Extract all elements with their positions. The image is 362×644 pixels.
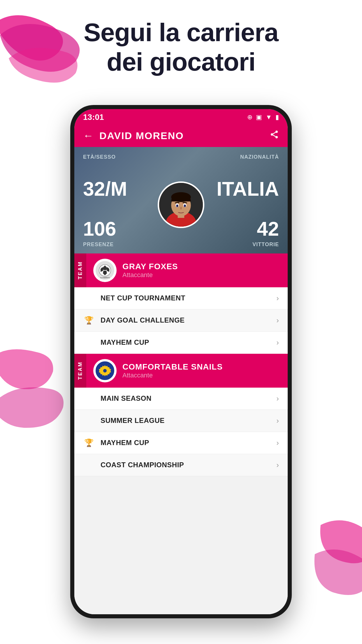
tournament-name: NET CUP TOURNAMENT <box>101 294 276 302</box>
tournament-name: COAST CHAMPIONSHIP <box>101 461 276 469</box>
tournament-item-0-1[interactable]: 🏆 DAY GOAL CHALLENGE › <box>74 309 288 332</box>
chevron-right-icon: › <box>276 416 279 425</box>
svg-line-3 <box>273 135 275 136</box>
team-info-2: COMFORTABLE SNAILS Attaccante <box>86 354 288 388</box>
tournament-item-1-0[interactable]: 🏆 MAIN SEASON › <box>74 388 288 410</box>
svg-line-4 <box>273 132 275 134</box>
tournament-name: DAY GOAL CHALLENGE <box>101 316 276 324</box>
svg-point-1 <box>271 133 273 136</box>
tournament-name: MAYHEM CUP <box>101 338 276 346</box>
phone-screen: 13:01 ⊕ ▣ ▼ ▮ ← DAVID MORENO <box>74 109 288 614</box>
team-name-1: GRAY FOXES <box>122 262 178 271</box>
tournament-item-1-1[interactable]: 🏆 SUMMER LEAGUE › <box>74 410 288 432</box>
nationality-value: ITALIA <box>217 178 279 200</box>
tournament-item-1-3[interactable]: 🏆 COAST CHAMPIONSHIP › <box>74 454 288 476</box>
team-role-2: Attaccante <box>122 372 223 379</box>
tournament-name: MAYHEM CUP <box>101 439 276 447</box>
team-label-1: TEAM <box>74 253 86 287</box>
back-button[interactable]: ← <box>83 130 94 142</box>
signal-icon: ▼ <box>266 113 272 121</box>
status-icons: ⊕ ▣ ▼ ▮ <box>247 113 279 121</box>
team-details-1: GRAY FOXES Attaccante <box>122 262 178 279</box>
svg-text:ALCHEMISTS: ALCHEMISTS <box>100 277 110 279</box>
tournament-name: SUMMER LEAGUE <box>101 416 276 425</box>
tournament-name: MAIN SEASON <box>101 394 276 402</box>
battery-icon: ▮ <box>275 113 279 121</box>
presenze-value: 106 <box>83 218 116 240</box>
wifi-icon: ⊕ <box>247 113 252 121</box>
team-header-1: TEAM ALCHEMISTS <box>74 253 288 287</box>
svg-point-2 <box>275 136 278 138</box>
team-logo-2 <box>93 359 117 382</box>
team-role-1: Attaccante <box>122 271 178 279</box>
player-avatar <box>158 181 204 228</box>
trophy-icon: 🏆 <box>83 294 95 303</box>
content-scroll[interactable]: TEAM ALCHEMISTS <box>74 253 288 614</box>
svg-point-0 <box>275 131 278 133</box>
share-button[interactable] <box>270 130 279 141</box>
player-meta-row: ETÀ/SESSO NAZIONALITÀ <box>83 154 279 160</box>
svg-point-26 <box>103 369 107 372</box>
page-header: Segui la carriera dei giocatori <box>0 18 362 76</box>
team-logo-1: ALCHEMISTS <box>93 259 117 282</box>
svg-point-15 <box>184 205 186 207</box>
app-bar: ← DAVID MORENO <box>74 124 288 147</box>
nationality-block: ITALIA <box>217 178 279 200</box>
chevron-right-icon: › <box>276 316 279 325</box>
status-bar: 13:01 ⊕ ▣ ▼ ▮ <box>74 109 288 124</box>
team-label-2: TEAM <box>74 354 86 388</box>
chevron-right-icon: › <box>276 338 279 347</box>
player-title: DAVID MORENO <box>99 130 270 141</box>
vittorie-value: 42 <box>257 218 279 240</box>
trophy-icon: 🏆 <box>83 338 95 347</box>
trophy-icon: 🏆 <box>83 316 95 325</box>
trophy-icon: 🏆 <box>83 416 95 425</box>
team-name-2: COMFORTABLE SNAILS <box>122 362 223 372</box>
svg-point-14 <box>177 205 178 207</box>
presenze-label: PRESENZE <box>83 242 116 248</box>
chevron-right-icon: › <box>276 394 279 403</box>
status-time: 13:01 <box>83 113 104 122</box>
tournament-item-1-2[interactable]: 🏆 MAYHEM CUP › <box>74 432 288 454</box>
chevron-right-icon: › <box>276 438 279 447</box>
trophy-icon: 🏆 <box>83 461 95 470</box>
trophy-icon: 🏆 <box>83 438 95 447</box>
presenze-block: 106 PRESENZE <box>83 218 116 248</box>
nationality-label: NAZIONALITÀ <box>240 154 279 160</box>
tournament-item-0-0[interactable]: 🏆 NET CUP TOURNAMENT › <box>74 287 288 309</box>
vittorie-block: 42 VITTORIE <box>252 218 279 248</box>
tournament-item-0-2[interactable]: 🏆 MAYHEM CUP › <box>74 332 288 354</box>
header-line2: dei giocatori <box>0 47 362 76</box>
team-header-2: TEAM COMFORTABLE SNAILS Attaccant <box>74 354 288 388</box>
player-info-card: ETÀ/SESSO NAZIONALITÀ 32/M ITALIA <box>74 147 288 253</box>
team-details-2: COMFORTABLE SNAILS Attaccante <box>122 362 223 379</box>
chevron-right-icon: › <box>276 461 279 470</box>
age-sex-value: 32/M <box>83 178 127 200</box>
age-sex-label: ETÀ/SESSO <box>83 154 116 160</box>
vibrate-icon: ▣ <box>256 113 262 121</box>
phone-device: 13:01 ⊕ ▣ ▼ ▮ ← DAVID MORENO <box>70 105 292 618</box>
header-line1: Segui la carriera <box>0 18 362 47</box>
team-info-1: ALCHEMISTS GRAY FOXES Attaccante <box>86 253 288 287</box>
age-sex-block: 32/M <box>83 178 127 200</box>
player-avatar-container <box>158 181 204 228</box>
chevron-right-icon: › <box>276 294 279 303</box>
trophy-icon: 🏆 <box>83 394 95 403</box>
vittorie-label: VITTORIE <box>252 242 279 248</box>
